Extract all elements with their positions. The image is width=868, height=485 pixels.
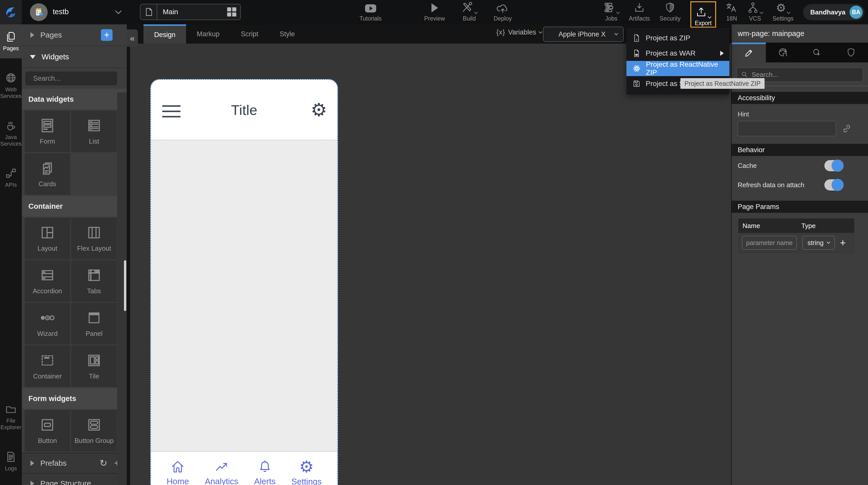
rail-item-pages[interactable]: Pages <box>0 24 22 58</box>
tab-styles[interactable] <box>766 42 800 62</box>
wavemaker-logo[interactable] <box>0 0 22 24</box>
export-button[interactable]: Export <box>690 1 716 28</box>
vcs-button[interactable]: VCS <box>747 0 763 24</box>
deploy-button[interactable]: Deploy <box>494 0 512 24</box>
palette-scrollbar[interactable] <box>124 260 126 311</box>
widget-button-group[interactable]: Button Group <box>71 410 117 452</box>
rail-item-apis[interactable]: APIs <box>0 161 22 195</box>
param-type-select[interactable]: string <box>802 236 835 250</box>
prefabs-section-header[interactable]: Prefabs ↻ + <box>22 453 127 473</box>
jobs-button[interactable]: Jobs <box>603 0 619 24</box>
cards-icon <box>39 160 55 176</box>
nav-item-alerts[interactable]: Alerts <box>254 459 276 485</box>
widget-accordion[interactable]: Accordion <box>25 260 70 302</box>
widget-wizard[interactable]: Wizard <box>25 303 70 344</box>
accessibility-section-header[interactable]: Accessibility <box>732 92 868 104</box>
add-param-button[interactable]: + <box>840 237 846 249</box>
tab-script[interactable]: Script <box>230 24 269 44</box>
hamburger-menu-icon[interactable] <box>162 105 181 117</box>
widget-button[interactable]: Button <box>25 410 70 452</box>
container-widgets-grid: Layout Flex Layout Accordion Tabs <box>22 217 127 388</box>
page-params-section-header[interactable]: Page Params <box>732 201 868 213</box>
param-name-input[interactable] <box>742 236 797 250</box>
page-file-icon <box>145 7 153 17</box>
refresh-icon[interactable]: ↻ <box>100 458 107 468</box>
i18n-button[interactable]: 18N <box>726 0 738 24</box>
rail-item-web-services[interactable]: Web Services <box>0 65 22 106</box>
nav-item-home[interactable]: Home <box>166 459 189 485</box>
war-file-icon <box>632 49 641 58</box>
page-selector[interactable]: Main <box>140 4 241 20</box>
nav-item-analytics[interactable]: Analytics <box>205 459 238 485</box>
widget-label: Container <box>33 372 62 380</box>
prefabs-label: Prefabs <box>40 459 100 467</box>
button-group-icon <box>86 417 102 433</box>
artifacts-label: Artifacts <box>629 15 650 22</box>
tab-properties[interactable] <box>732 42 766 62</box>
nav-item-settings[interactable]: ⚙ Settings <box>291 459 321 485</box>
button-icon <box>39 417 55 433</box>
widget-cards[interactable]: Cards <box>25 153 70 195</box>
artifacts-button[interactable]: Artifacts <box>629 0 650 24</box>
property-search-input[interactable] <box>752 71 859 79</box>
topbar-center-menu: Tutorials Preview Build Deploy <box>360 0 512 24</box>
menu-item-project-as-zip[interactable]: Project as ZIP <box>626 30 729 46</box>
save-file-icon <box>632 79 641 88</box>
tabs-icon <box>86 267 102 283</box>
widget-search[interactable] <box>25 72 117 85</box>
preview-button[interactable]: Preview <box>424 0 445 24</box>
user-menu[interactable]: Bandhavya BA <box>803 4 864 20</box>
refresh-data-toggle[interactable] <box>825 179 843 191</box>
rail-item-logs[interactable]: Logs <box>0 445 22 478</box>
behavior-section-header[interactable]: Behavior <box>732 144 868 156</box>
menu-item-project-as-reactnative-zip[interactable]: Project as ReactNative ZIP <box>626 61 729 76</box>
widget-tile[interactable]: Tile <box>71 345 117 387</box>
refresh-data-label: Refresh data on attach <box>738 181 825 189</box>
device-selector[interactable]: Apple iPhone X <box>543 27 624 42</box>
tab-security[interactable] <box>834 42 868 62</box>
variables-button[interactable]: {x} Variables <box>496 28 542 36</box>
settings-button[interactable]: ⚙ Settings <box>772 0 794 24</box>
collapse-panel-button[interactable]: « <box>127 29 138 47</box>
tutorials-button[interactable]: Tutorials <box>360 0 381 24</box>
menu-item-project-as-war[interactable]: Project as WAR <box>626 46 729 61</box>
widget-list[interactable]: List <box>71 111 117 152</box>
rail-item-java-services[interactable]: Java Services <box>0 113 22 154</box>
tab-design[interactable]: Design <box>144 24 186 44</box>
cache-toggle[interactable] <box>825 160 843 171</box>
project-chevron-down-icon[interactable] <box>116 10 121 14</box>
pages-section-header[interactable]: Pages + <box>22 24 127 46</box>
widget-container[interactable]: Container <box>25 345 70 387</box>
build-button[interactable]: Build <box>461 0 477 24</box>
widget-flex-layout[interactable]: Flex Layout <box>71 218 117 259</box>
widget-label: List <box>89 138 99 145</box>
widget-panel[interactable]: Panel <box>71 303 117 344</box>
grid-view-icon[interactable] <box>227 7 236 17</box>
phone-header-gear-icon[interactable]: ⚙ <box>311 100 327 120</box>
tab-markup[interactable]: Markup <box>186 24 230 44</box>
project-avatar[interactable] <box>30 3 48 21</box>
rail-item-file-explorer[interactable]: File Explorer <box>0 397 22 437</box>
tab-style[interactable]: Style <box>269 24 306 44</box>
tab-events[interactable] <box>800 42 834 62</box>
hint-input[interactable] <box>738 121 836 136</box>
security-label: Security <box>660 15 681 22</box>
widget-form[interactable]: Form <box>25 111 70 152</box>
phone-mockup[interactable]: Title ⚙ Home Analytics <box>150 79 338 485</box>
security-button[interactable]: Security <box>660 0 681 24</box>
form-widgets-grid: Button Button Group <box>22 409 127 453</box>
widget-search-input[interactable] <box>33 75 123 82</box>
phone-header[interactable]: Title ⚙ <box>151 80 337 140</box>
add-page-button[interactable]: + <box>101 29 113 41</box>
phone-content-area[interactable] <box>151 140 337 452</box>
widgets-section-header[interactable]: Widgets <box>22 46 127 68</box>
widget-tabs[interactable]: Tabs <box>71 260 117 302</box>
widget-layout[interactable]: Layout <box>25 218 70 259</box>
rail-label: File Explorer <box>1 418 21 431</box>
jobs-icon <box>603 2 615 13</box>
search-icon <box>741 71 748 78</box>
page-structure-section-header[interactable]: Page Structure <box>22 473 127 485</box>
zip-file-icon <box>632 33 641 42</box>
bind-link-icon[interactable] <box>842 123 852 134</box>
bell-icon <box>257 459 272 474</box>
